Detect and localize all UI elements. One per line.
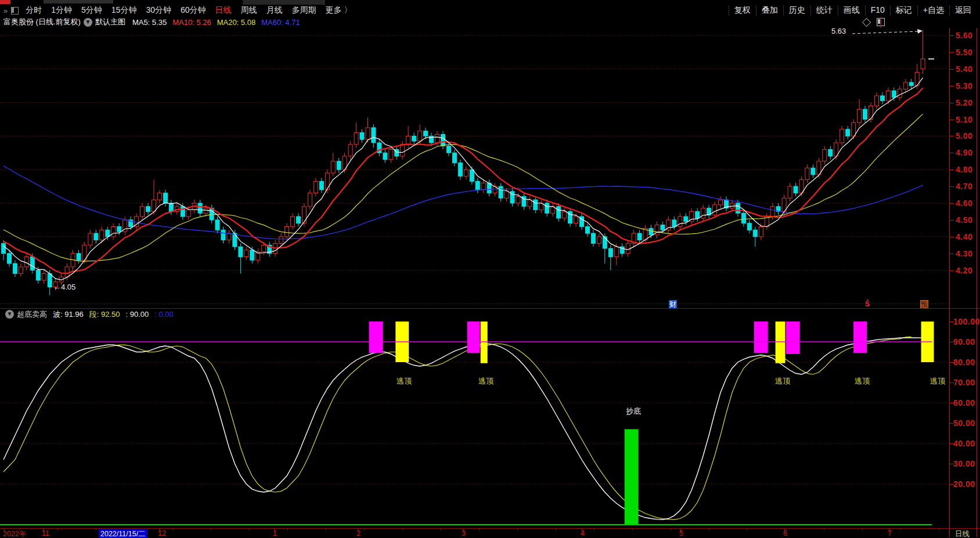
date-minor-tick	[57, 529, 58, 530]
axis-tick	[950, 362, 954, 363]
axis-tick	[950, 254, 954, 254]
price-axis-label: 4.20	[956, 266, 972, 275]
indicator-axis-label: 20.00	[953, 479, 975, 489]
date-minor-tick	[326, 529, 326, 530]
date-month-tick	[680, 529, 681, 532]
price-axis-label: 4.60	[956, 198, 972, 208]
window-right-border	[977, 28, 977, 537]
date-minor-tick	[594, 529, 595, 530]
indicator-axis-label: 100.00	[953, 317, 980, 326]
axis-tick	[950, 237, 954, 237]
low-price-annotation: ←4.05	[53, 283, 75, 291]
date-minor-tick	[862, 529, 863, 530]
date-month-tick	[784, 529, 785, 532]
date-minor-tick	[402, 529, 403, 530]
period-tab[interactable]: 日线	[211, 5, 236, 16]
price-axis-label: 5.40	[956, 64, 972, 74]
date-axis: 日线 2022年112022/11/15/二121234567	[0, 529, 980, 538]
period-tab[interactable]: 周线	[236, 5, 262, 16]
titlebar-fragment	[0, 0, 10, 4]
axis-tick	[950, 103, 954, 103]
toolbar-button[interactable]: 历史	[783, 5, 810, 16]
ma-legend: MA5: 5.35MA10: 5.26MA20: 5.08MA60: 4.71	[132, 18, 306, 27]
axis-tick	[950, 382, 954, 383]
high-price-annotation: 5.63	[831, 27, 846, 35]
news-badge[interactable]: 财	[669, 300, 677, 308]
date-minor-tick	[172, 529, 173, 530]
chart-info-row: 富奥股份 (日线.前复权) ▼ 默认主图 MA5: 5.35MA10: 5.26…	[0, 16, 980, 28]
period-tab[interactable]: 分时	[21, 5, 46, 16]
period-tab[interactable]: 5分钟	[77, 5, 107, 16]
period-tab[interactable]: 更多 〉	[321, 5, 357, 16]
axis-tick	[950, 322, 954, 322]
signal-label: 逃顶	[478, 376, 493, 387]
stock-title: 富奥股份 (日线.前复权)	[3, 17, 81, 27]
period-tab[interactable]: 30分钟	[141, 5, 176, 16]
axis-tick	[950, 342, 954, 342]
signal-label: 逃顶	[855, 376, 870, 387]
indicator-axis-label: 40.00	[953, 439, 975, 448]
price-axis-label: 5.30	[956, 81, 972, 91]
indicator-axis-label: 70.00	[953, 378, 975, 387]
action-toolbar: 复权叠加历史统计画线F10标记+自选返回	[729, 5, 977, 16]
period-tab[interactable]: 月线	[262, 5, 287, 16]
toolbar-button[interactable]: F10	[865, 5, 890, 16]
period-toolbar: » 分时1分钟5分钟15分钟30分钟60分钟日线周线月线多周期更多 〉 复权叠加…	[0, 5, 980, 16]
indicator-chart[interactable]	[0, 309, 949, 528]
toolbar-button[interactable]: 统计	[810, 5, 838, 16]
indicator-axis-label: 50.00	[953, 418, 975, 428]
toolbar-button[interactable]: 画线	[838, 5, 865, 16]
diamond-icon[interactable]	[862, 17, 871, 27]
titlebar-fragment	[44, 0, 113, 3]
indicator-axis-label: 30.00	[953, 459, 975, 468]
indicator-axis-label: 90.00	[953, 337, 975, 346]
period-tab[interactable]: 15分钟	[107, 5, 142, 16]
price-axis-label: 4.90	[956, 148, 972, 157]
chevron-down-icon[interactable]: ▼	[84, 18, 92, 27]
axis-tick	[950, 270, 954, 271]
date-minor-tick	[287, 529, 288, 530]
date-month-tick	[463, 529, 463, 532]
date-minor-tick	[479, 529, 480, 530]
period-tab[interactable]: 60分钟	[176, 5, 211, 16]
panel-layout-icon[interactable]	[11, 7, 19, 15]
app-window: » 分时1分钟5分钟15分钟30分钟60分钟日线周线月线多周期更多 〉 复权叠加…	[0, 0, 980, 538]
ma-legend-item: MA5: 5.35	[132, 18, 167, 27]
period-tab[interactable]: 多周期	[287, 5, 321, 16]
toolbar-button[interactable]: 标记	[890, 5, 917, 16]
price-axis-label: 5.20	[956, 98, 972, 107]
date-minor-tick	[441, 529, 441, 530]
toolbar-button[interactable]: 返回	[949, 5, 977, 16]
signal-label: 逃顶	[775, 376, 790, 387]
expand-menu-icon[interactable]: »	[3, 6, 8, 15]
period-tab[interactable]: 1分钟	[46, 5, 77, 16]
date-label: 2022/11/15/二	[99, 529, 147, 538]
date-minor-tick	[939, 529, 939, 530]
news-badge[interactable]: 预	[920, 300, 928, 308]
date-month-tick	[4, 529, 5, 532]
main-candlestick-chart[interactable]	[0, 28, 949, 308]
axis-tick	[950, 35, 954, 36]
period-corner-label: 日线	[955, 529, 970, 538]
info-row-icons	[863, 18, 885, 26]
price-axis-label: 5.50	[956, 48, 972, 57]
titlebar-fragment	[243, 0, 325, 5]
date-minor-tick	[900, 529, 901, 530]
date-month-tick	[889, 529, 889, 532]
axis-tick	[950, 403, 954, 403]
axis-tick	[950, 52, 954, 53]
date-label: 2022年	[3, 529, 26, 538]
indicator-axis-label: 60.00	[953, 398, 975, 407]
axis-tick	[950, 220, 954, 221]
price-axis-label: 4.50	[956, 215, 972, 225]
toolbar-button[interactable]: +自选	[917, 5, 949, 16]
date-month-tick	[43, 529, 44, 532]
main-view-label[interactable]: 默认主图	[95, 17, 125, 27]
news-badge[interactable]: Ŝ	[864, 300, 870, 308]
toolbar-button[interactable]: 复权	[729, 5, 756, 16]
ma-legend-item: MA60: 4.71	[261, 18, 300, 27]
axis-tick	[950, 464, 954, 464]
date-minor-tick	[556, 529, 556, 530]
toolbar-button[interactable]: 叠加	[756, 5, 783, 16]
date-minor-tick	[747, 529, 748, 530]
